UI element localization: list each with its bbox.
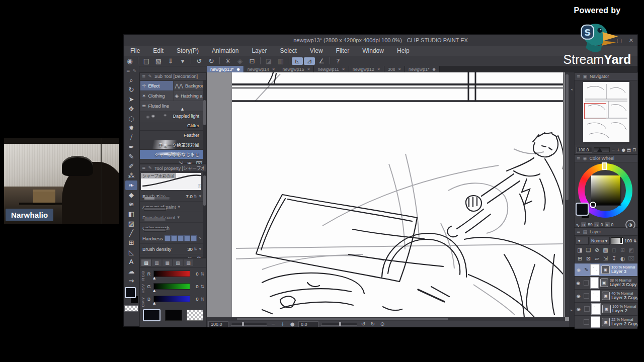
tool-frame[interactable]: ⊞ — [125, 238, 137, 247]
stepper-icon[interactable]: ⇅ — [194, 247, 197, 251]
save-menu-caret-icon[interactable]: ▾ — [177, 57, 189, 65]
new-file-icon[interactable]: ▤ — [140, 57, 152, 65]
tool-figure[interactable]: ╱ — [125, 228, 137, 238]
transparent-color-swatch[interactable] — [124, 305, 138, 312]
subtool-group-background[interactable]: ⋀⋀ Background — [174, 81, 206, 90]
tool-move[interactable]: ✥ — [125, 104, 137, 114]
fill-icon[interactable]: ◈ — [234, 57, 246, 65]
tool-gradient[interactable]: ▨ — [125, 219, 137, 228]
help-icon[interactable]: ? — [332, 57, 344, 65]
tab-newgwp13[interactable]: newgwp13* ● — [207, 66, 244, 72]
zoom-value-box[interactable]: 100.0 — [208, 321, 228, 327]
prop-hardness[interactable]: Hardness > — [140, 233, 206, 244]
undo-icon[interactable]: ↺ — [193, 57, 205, 65]
menu-animation[interactable]: Animation — [205, 47, 245, 54]
tool-airbrush[interactable]: ⁂ — [125, 171, 137, 180]
edit-checkbox[interactable] — [584, 306, 590, 312]
zoom-100-icon[interactable]: ● — [289, 321, 296, 327]
prop-slider[interactable] — [144, 207, 166, 211]
new-raster-layer-icon[interactable]: ⊞ — [576, 255, 584, 262]
canvas-page[interactable] — [232, 72, 563, 317]
layer-color-icon[interactable]: ◩ — [627, 247, 635, 253]
tab-newgwp11[interactable]: newgwp11 ✕ — [314, 66, 349, 72]
save-file-icon[interactable]: ⇓ — [165, 57, 177, 65]
menu-select[interactable]: Select — [273, 47, 303, 54]
dynamics-icon[interactable]: ▾ — [177, 215, 180, 220]
panel-menu-icon[interactable]: ≡ — [577, 74, 581, 79]
brush-dappled-light[interactable]: Dappled light — [140, 112, 206, 121]
dynamics-icon[interactable]: ▾ — [199, 246, 201, 251]
menu-story[interactable]: Story(P) — [170, 47, 205, 54]
panel-splitter[interactable]: ◂▸ — [569, 72, 574, 327]
canvas-area[interactable]: 100.0 − + ● 0.0 ↺ ↻ ⊙ — [207, 72, 569, 327]
flip-icon[interactable]: ◪ — [263, 57, 275, 65]
red-slider[interactable]: ▲ — [153, 270, 190, 277]
layer-effect-combo[interactable]: ▾ — [576, 237, 589, 245]
tool-brush[interactable]: ✐ — [125, 161, 137, 171]
nav-fit-window-icon[interactable]: ⊡ — [632, 147, 636, 152]
layer-thumbnail[interactable] — [590, 277, 599, 289]
brush-chalk-watercolor[interactable]: チョーク絵筆淡彩風 — [140, 140, 206, 150]
visibility-eye-icon[interactable]: ◉ — [575, 294, 582, 299]
brush-feather[interactable]: Feather — [140, 131, 206, 140]
layer-row-layer2-copy[interactable]: ▣ 22 % Normal Layer 2 Copy — [575, 316, 637, 329]
tab-30s[interactable]: 30s ✕ — [384, 66, 405, 72]
snap-special-ruler-icon[interactable]: ⊿ — [304, 57, 315, 65]
blue-value[interactable]: 0 — [192, 296, 198, 302]
tool-balloon[interactable]: ☁ — [125, 266, 137, 276]
transfer-to-lower-icon[interactable]: ⇲ — [601, 255, 610, 262]
chevron-right-icon[interactable]: > — [199, 236, 201, 241]
snap-ruler-icon[interactable]: ⊾ — [292, 57, 303, 65]
tool-auto-select[interactable]: ✸ — [125, 123, 137, 133]
lock-icon[interactable]: ⚿ — [198, 183, 201, 189]
nav-zoom-in-icon[interactable]: + — [616, 147, 620, 152]
mode-rgb-label[interactable]: RGB — [141, 270, 145, 281]
visibility-eye-icon[interactable]: ◉ — [575, 307, 583, 312]
foreground-color-swatch[interactable] — [576, 203, 589, 216]
stepper-icon[interactable]: ⇅ — [200, 297, 204, 302]
panel-menu-icon[interactable]: ≡ — [577, 229, 581, 234]
subtool-group-clothing[interactable]: ✶ Clothing — [140, 91, 173, 101]
foreground-color-swatch[interactable] — [143, 309, 160, 321]
reset-rotation-icon[interactable]: ⊙ — [379, 321, 386, 327]
tool-eraser[interactable]: ◆ — [125, 190, 137, 200]
zoom-out-icon[interactable]: − — [270, 321, 277, 327]
layer-thumbnail[interactable] — [591, 316, 600, 328]
new-vector-layer-icon[interactable]: ⊠ — [584, 255, 593, 262]
menu-file[interactable]: File — [124, 47, 146, 54]
subtool-group-fluted-line[interactable]: ≡ Fluted line — [140, 101, 206, 111]
layer-thumbnail[interactable] — [591, 290, 600, 302]
navigator-view-rect[interactable] — [584, 103, 606, 119]
nav-zoom-100-icon[interactable]: ● — [621, 147, 625, 152]
tab-close-icon[interactable]: ✕ — [377, 67, 380, 71]
tool-pen[interactable]: ✒ — [125, 142, 137, 152]
zoom-in-icon[interactable]: + — [279, 321, 286, 327]
slider-tab-4[interactable]: ▧ — [173, 259, 183, 266]
prop-value[interactable]: 7.0 — [186, 194, 193, 199]
visibility-eye-icon[interactable]: ◉ — [575, 267, 583, 273]
tool-rotate[interactable]: ↻ — [125, 85, 137, 95]
tab-dirty-icon[interactable]: ● — [433, 67, 436, 71]
prop-brush-density[interactable]: Brush density 30 ⇅ ▾ — [140, 244, 206, 254]
saturation-value-square[interactable] — [591, 175, 620, 205]
edit-checkbox[interactable] — [584, 319, 589, 325]
panel-menu-icon[interactable]: ≡ — [577, 156, 581, 161]
canvas-horizontal-scrollbar[interactable] — [207, 317, 565, 321]
mode-cmy-label[interactable]: CMY — [141, 297, 145, 307]
tool-selection[interactable]: ◌ — [125, 114, 137, 123]
green-value[interactable]: 0 — [192, 284, 198, 289]
rotate-ccw-icon[interactable]: ↺ — [360, 321, 367, 327]
prop-value[interactable]: 30 — [187, 246, 193, 252]
tab-newgwp1[interactable]: newgwp1* ● — [405, 66, 440, 72]
merge-down-icon[interactable]: ↧ — [610, 255, 618, 262]
slider-tab-2[interactable]: ▥ — [152, 259, 162, 266]
layer-thumbnail[interactable] — [591, 303, 601, 315]
tool-correction[interactable]: ⇝ — [125, 276, 137, 286]
open-file-icon[interactable]: ▧ — [152, 57, 165, 65]
dynamics-icon[interactable]: ▾ — [199, 194, 201, 199]
prop-slider[interactable] — [144, 228, 166, 232]
blue-slider[interactable]: ▲ — [153, 296, 190, 302]
menu-view[interactable]: View — [303, 47, 330, 54]
prop-slider[interactable] — [144, 197, 170, 200]
subtool-scrollbar[interactable] — [203, 80, 206, 163]
